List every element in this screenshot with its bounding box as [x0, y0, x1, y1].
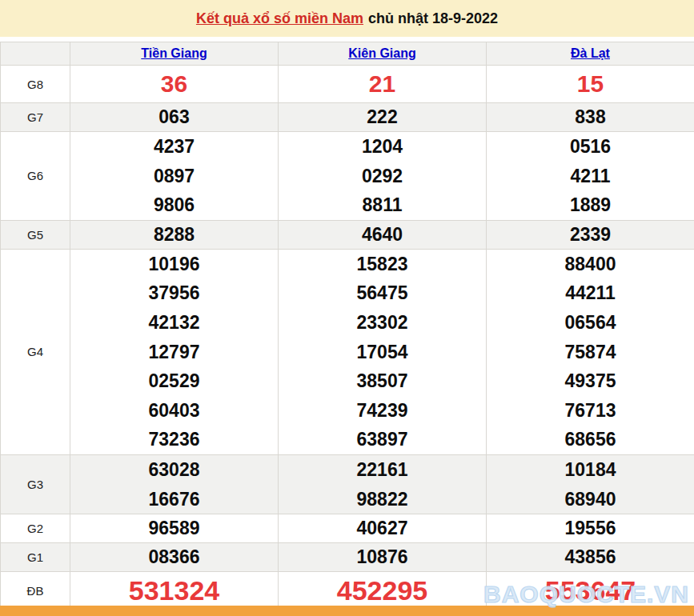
title-date: chủ nhật 18-9-2022 — [368, 10, 498, 27]
prize-number: 08366 — [70, 543, 278, 571]
prize-number: 73236 — [70, 425, 278, 454]
prize-row-g7: G7063222838 — [1, 103, 694, 132]
prize-row-g2: G2965894062719556 — [1, 514, 694, 543]
prize-label: G5 — [1, 220, 70, 249]
prize-number: 74239 — [279, 396, 486, 426]
prize-number: 98822 — [279, 485, 486, 514]
prize-number: 531324 — [70, 572, 278, 609]
title-link[interactable]: Kết quả xổ số miền Nam — [196, 10, 363, 27]
prize-number: 452295 — [279, 572, 486, 609]
prize-number: 063 — [70, 103, 278, 131]
prize-label: G7 — [1, 103, 70, 132]
prize-number: 15823 — [279, 250, 486, 279]
prize-cell: 120402928811 — [279, 132, 487, 221]
prize-number: 222 — [279, 103, 486, 131]
prize-cell: 96589 — [70, 514, 279, 543]
prize-cell: 4640 — [279, 220, 487, 249]
lottery-results-table: Tiền Giang Kiên Giang Đà Lạt G8362115G70… — [0, 42, 694, 610]
prize-number: 68656 — [487, 425, 694, 454]
prize-number: 36 — [70, 66, 278, 102]
prize-cell: 051642111889 — [487, 132, 694, 221]
province-link-tien-giang[interactable]: Tiền Giang — [141, 46, 207, 60]
results-table-wrap: Tiền Giang Kiên Giang Đà Lạt G8362115G70… — [0, 42, 694, 610]
prize-cell: 2339 — [487, 220, 694, 249]
corner-cell — [1, 42, 70, 66]
prize-cell: 10196379564213212797025296040373236 — [70, 249, 279, 454]
province-link-da-lat[interactable]: Đà Lạt — [571, 46, 610, 60]
prize-number: 02529 — [70, 366, 278, 396]
prize-row-g3: G3630281667622161988221018468940 — [1, 454, 694, 514]
prize-label: G4 — [1, 249, 70, 454]
prize-number: 40627 — [279, 514, 486, 542]
page-title: Kết quả xổ số miền Nam chủ nhật 18-9-202… — [0, 0, 694, 37]
province-header-da-lat: Đà Lạt — [487, 42, 694, 66]
prize-number: 0897 — [70, 162, 278, 191]
table-header-row: Tiền Giang Kiên Giang Đà Lạt — [1, 42, 694, 66]
prize-number: 37956 — [70, 278, 278, 308]
prize-cell: 15823564752330217054385077423963897 — [279, 249, 487, 454]
prize-number: 49375 — [487, 366, 694, 396]
prize-number: 2339 — [487, 221, 694, 249]
prize-row-g6: G6423708979806120402928811051642111889 — [1, 132, 694, 221]
prize-cell: 1018468940 — [487, 454, 694, 514]
prize-cell: 08366 — [70, 543, 279, 572]
prize-number: 68940 — [487, 485, 694, 514]
prize-number: 17054 — [279, 338, 486, 367]
prize-number: 838 — [487, 103, 694, 131]
prize-number: 1889 — [487, 190, 694, 220]
prize-cell: 21 — [279, 66, 487, 103]
prize-cell: 2216198822 — [279, 454, 487, 514]
prize-number: 63897 — [279, 425, 486, 454]
prize-number: 0516 — [487, 132, 694, 162]
prize-cell: 8288 — [70, 220, 279, 249]
prize-number: 0292 — [279, 162, 486, 191]
prize-cell: 6302816676 — [70, 454, 279, 514]
prize-number: 9806 — [70, 190, 278, 220]
prize-cell: 36 — [70, 66, 279, 103]
prize-label: ĐB — [1, 572, 70, 610]
prize-cell: 531324 — [70, 572, 279, 610]
prize-row-g1: G1083661087643856 — [1, 543, 694, 572]
prize-label: G8 — [1, 66, 70, 103]
prize-cell: 19556 — [487, 514, 694, 543]
province-link-kien-giang[interactable]: Kiên Giang — [348, 46, 415, 60]
prize-number: 12797 — [70, 338, 278, 367]
prize-number: 1204 — [279, 132, 486, 162]
prize-row-g8: G8362115 — [1, 66, 694, 103]
prize-cell: 553647 — [487, 572, 694, 610]
prize-number: 38507 — [279, 366, 486, 396]
prize-cell: 15 — [487, 66, 694, 103]
footer-orange-bar — [0, 606, 694, 616]
prize-number: 23302 — [279, 308, 486, 338]
prize-number: 4640 — [279, 221, 486, 249]
prize-cell: 423708979806 — [70, 132, 279, 221]
prize-number: 10876 — [279, 543, 486, 571]
prize-number: 22161 — [279, 455, 486, 485]
prize-number: 4211 — [487, 162, 694, 191]
prize-number: 44211 — [487, 278, 694, 308]
prize-number: 21 — [279, 66, 486, 102]
prize-number: 88400 — [487, 250, 694, 279]
prize-number: 43856 — [487, 543, 694, 571]
prize-number: 60403 — [70, 396, 278, 426]
prize-cell: 063 — [70, 103, 279, 132]
prize-label: G2 — [1, 514, 70, 543]
prize-cell: 838 — [487, 103, 694, 132]
prize-row-g4: G410196379564213212797025296040373236158… — [1, 249, 694, 454]
prize-row-đb: ĐB531324452295553647 — [1, 572, 694, 610]
prize-number: 76713 — [487, 396, 694, 426]
prize-number: 42132 — [70, 308, 278, 338]
prize-label: G1 — [1, 543, 70, 572]
prize-number: 553647 — [487, 572, 694, 609]
prize-cell: 88400442110656475874493757671368656 — [487, 249, 694, 454]
province-header-kien-giang: Kiên Giang — [279, 42, 487, 66]
prize-cell: 43856 — [487, 543, 694, 572]
prize-number: 06564 — [487, 308, 694, 338]
prize-number: 63028 — [70, 455, 278, 485]
prize-number: 16676 — [70, 485, 278, 514]
prize-cell: 222 — [279, 103, 487, 132]
prize-number: 4237 — [70, 132, 278, 162]
prize-row-g5: G5828846402339 — [1, 220, 694, 249]
prize-number: 10184 — [487, 455, 694, 485]
prize-cell: 10876 — [279, 543, 487, 572]
